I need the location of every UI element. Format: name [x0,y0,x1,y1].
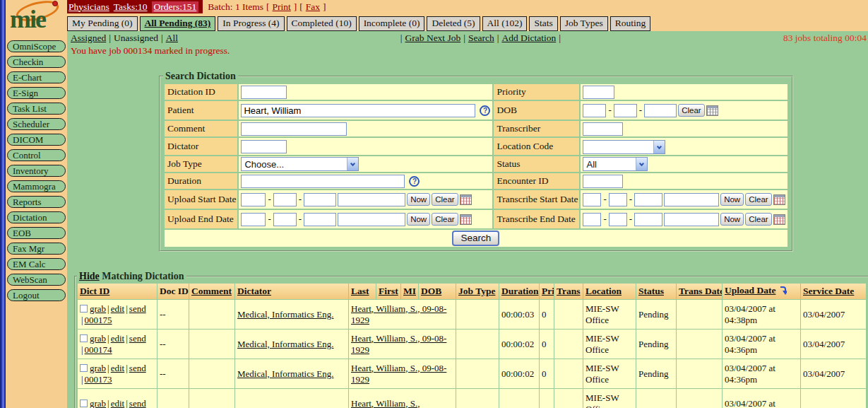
send-link[interactable]: send [129,363,146,373]
sidebar-item-reports[interactable]: Reports [7,196,66,208]
sidebar-item-scheduler[interactable]: Scheduler [7,118,66,130]
dictator-input[interactable] [241,140,287,153]
sidebar-item-webscan[interactable]: WebScan [7,274,66,286]
upload-end-day-input[interactable] [273,213,297,226]
clear-button[interactable]: Clear [745,193,771,206]
grab-link[interactable]: grab [90,398,106,408]
calendar-icon[interactable] [706,105,718,116]
sidebar-item-dicom[interactable]: DICOM [7,134,66,146]
clear-button[interactable]: Clear [745,213,771,226]
dict-id-link[interactable]: 000173 [85,374,112,385]
send-link[interactable]: send [129,398,146,408]
tab-deleted[interactable]: Deleted (5) [427,16,480,31]
now-button[interactable]: Now [720,213,744,226]
sort-descending-icon[interactable] [778,286,787,298]
col-last[interactable]: Last [349,284,376,299]
sidebar-item-echart[interactable]: E-Chart [7,71,66,83]
send-link[interactable]: send [129,333,146,344]
physicians-link[interactable]: Physicians [69,1,109,13]
sidebar-item-esign[interactable]: E-Sign [7,87,66,99]
tab-in-progress[interactable]: In Progress (4) [218,16,284,31]
tab-stats[interactable]: Stats [529,16,557,31]
dictator-link[interactable]: Medical, Informatics Eng. [237,368,333,379]
tab-completed[interactable]: Completed (10) [287,16,357,31]
dictation-id-input[interactable] [241,86,287,99]
tab-my-pending[interactable]: My Pending (0) [67,16,138,31]
sidebar-item-mammography[interactable]: Mammogra [7,180,66,192]
print-link[interactable]: Print [273,1,291,13]
dob-clear-button[interactable]: Clear [678,104,704,117]
col-service-date[interactable]: Service Date [801,284,866,299]
col-location[interactable]: Location [583,284,636,299]
add-dictation-link[interactable]: Add Dictation [501,33,556,43]
all-link[interactable]: All [166,33,178,43]
sidebar-item-logout[interactable]: Logout [7,289,66,301]
row-checkbox[interactable] [80,305,88,313]
col-mi[interactable]: MI [401,284,418,299]
now-button[interactable]: Now [720,193,744,206]
patient-link[interactable]: Heart, William, S., 09-08-1929 [351,303,446,325]
help-icon[interactable]: ? [480,105,490,116]
transcribe-end-day-input[interactable] [609,213,627,226]
grab-link[interactable]: grab [90,303,106,314]
transcribe-start-month-input[interactable] [583,193,601,206]
grab-link[interactable]: grab [90,333,106,344]
edit-link[interactable]: edit [111,363,125,373]
patient-link[interactable]: Heart, William, S., 09-08-1929 [351,333,446,355]
patient-input[interactable] [241,104,475,117]
col-status[interactable]: Status [636,284,676,299]
encounter-id-input[interactable] [583,175,623,188]
fax-link[interactable]: Fax [306,1,320,13]
sidebar-item-checkin[interactable]: Checkin [7,56,66,68]
upload-start-year-input[interactable] [304,193,336,206]
upload-end-month-input[interactable] [241,213,266,226]
tab-all[interactable]: All (102) [482,16,528,31]
transcribe-end-year-input[interactable] [634,213,662,226]
col-comment[interactable]: Comment [189,284,234,299]
job-type-select[interactable]: Choose... [241,157,359,171]
search-button[interactable]: Search [452,231,499,246]
transcribe-start-time-input[interactable] [664,193,719,206]
col-dob[interactable]: DOB [419,284,456,299]
edit-link[interactable]: edit [111,398,125,408]
patient-link[interactable]: Heart, William, S., [351,398,420,408]
grab-next-job-link[interactable]: Grab Next Job [405,33,461,43]
sidebar-item-dictation[interactable]: Dictation [7,211,66,223]
edit-link[interactable]: edit [111,303,125,314]
help-icon[interactable]: ? [409,176,420,187]
transcribe-end-month-input[interactable] [583,213,601,226]
dictator-link[interactable]: Medical, Informatics Eng. [237,309,333,320]
transcriber-input[interactable] [583,122,623,136]
transcribe-end-time-input[interactable] [664,213,719,226]
location-code-select[interactable] [583,140,665,154]
patient-link[interactable]: Heart, William, S., 09-08-1929 [351,363,446,385]
dob-month-input[interactable] [583,104,606,117]
dob-year-input[interactable] [644,104,677,117]
row-checkbox[interactable] [80,400,88,407]
search-link[interactable]: Search [468,33,494,43]
col-pri[interactable]: Pri [540,284,554,299]
col-trans[interactable]: Trans [554,284,583,299]
col-dict-id[interactable]: Dict ID [78,284,157,299]
transcribe-start-day-input[interactable] [609,193,627,206]
col-trans-date[interactable]: Trans Date [677,284,722,299]
row-checkbox[interactable] [80,334,88,342]
transcribe-start-year-input[interactable] [634,193,662,206]
status-select[interactable]: All [583,157,648,171]
duration-input[interactable] [241,175,405,188]
col-upload-date[interactable]: Upload Date [723,284,800,299]
upload-start-time-input[interactable] [338,193,405,206]
upload-start-day-input[interactable] [273,193,297,206]
hide-link[interactable]: Hide [79,271,100,281]
calendar-icon[interactable] [460,214,472,225]
calendar-icon[interactable] [773,214,785,225]
sidebar-item-omniscope[interactable]: OmniScope [7,40,66,52]
dob-day-input[interactable] [614,104,637,117]
sidebar-item-control[interactable]: Control [7,149,66,161]
tab-all-pending[interactable]: All Pending (83) [140,16,216,31]
tab-routing[interactable]: Routing [610,16,651,31]
col-first[interactable]: First [376,284,400,299]
comment-input[interactable] [241,122,347,136]
orders-link[interactable]: Orders:151 [152,1,199,13]
col-job-type[interactable]: Job Type [456,284,499,299]
